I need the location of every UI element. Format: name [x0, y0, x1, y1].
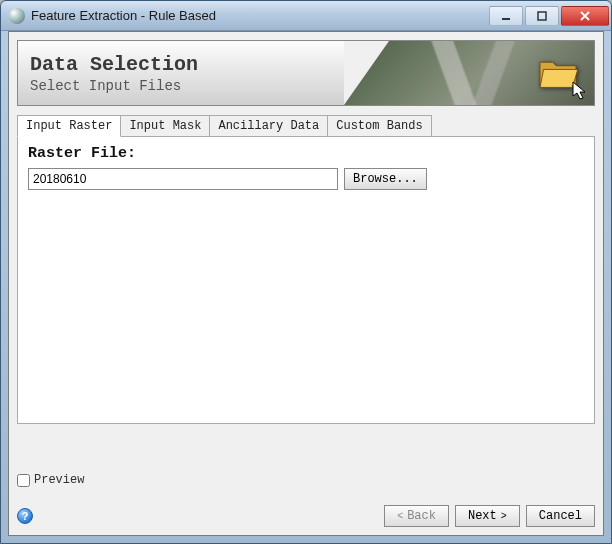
tab-custom-bands[interactable]: Custom Bands	[327, 115, 431, 137]
app-icon	[9, 8, 25, 24]
banner-text-area: Data Selection Select Input Files	[18, 41, 344, 105]
close-button[interactable]	[561, 6, 609, 26]
banner-image	[344, 41, 594, 105]
client-area: Data Selection Select Input Files Input …	[8, 31, 604, 536]
window-title: Feature Extraction - Rule Based	[31, 8, 489, 23]
next-button[interactable]: Next>	[455, 505, 520, 527]
raster-file-row: Browse...	[28, 168, 584, 190]
back-label: Back	[407, 509, 436, 523]
next-label: Next	[468, 509, 497, 523]
raster-file-label: Raster File:	[28, 145, 584, 162]
tab-input-raster[interactable]: Input Raster	[17, 115, 121, 137]
maximize-button[interactable]	[525, 6, 559, 26]
tab-ancillary-data[interactable]: Ancillary Data	[209, 115, 328, 137]
minimize-button[interactable]	[489, 6, 523, 26]
preview-checkbox[interactable]	[17, 474, 30, 487]
wizard-banner: Data Selection Select Input Files	[17, 40, 595, 106]
tab-input-mask[interactable]: Input Mask	[120, 115, 210, 137]
banner-subtitle: Select Input Files	[30, 78, 332, 94]
wizard-footer: Preview ? <Back Next> Cancel	[17, 473, 595, 527]
cursor-arrow-icon	[572, 81, 586, 101]
svg-rect-0	[502, 18, 510, 20]
banner-title: Data Selection	[30, 53, 332, 76]
tab-strip: Input Raster Input Mask Ancillary Data C…	[17, 114, 595, 136]
preview-toggle[interactable]: Preview	[17, 473, 595, 487]
tab-container: Input Raster Input Mask Ancillary Data C…	[17, 114, 595, 424]
cancel-button[interactable]: Cancel	[526, 505, 595, 527]
browse-button[interactable]: Browse...	[344, 168, 427, 190]
preview-label: Preview	[34, 473, 84, 487]
svg-rect-1	[538, 12, 546, 20]
chevron-left-icon: <	[397, 511, 403, 522]
tab-panel-input-raster: Raster File: Browse...	[17, 136, 595, 424]
nav-buttons: ? <Back Next> Cancel	[17, 505, 595, 527]
titlebar[interactable]: Feature Extraction - Rule Based	[1, 1, 611, 31]
back-button[interactable]: <Back	[384, 505, 449, 527]
window-controls	[489, 6, 609, 26]
dialog-window: Feature Extraction - Rule Based Data Sel…	[0, 0, 612, 544]
chevron-right-icon: >	[501, 511, 507, 522]
raster-file-input[interactable]	[28, 168, 338, 190]
help-icon[interactable]: ?	[17, 508, 33, 524]
